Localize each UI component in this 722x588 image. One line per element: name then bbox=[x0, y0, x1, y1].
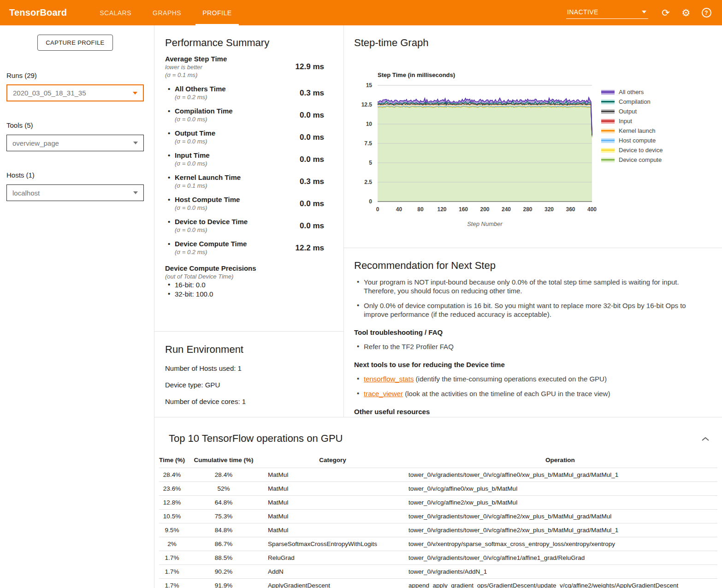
ops-table-cell: append_apply_gradient_ops/GradientDescen… bbox=[403, 579, 717, 588]
gear-icon[interactable]: ⚙ bbox=[680, 7, 692, 19]
ops-table-cell: ApplyGradientDescent bbox=[262, 579, 403, 588]
performance-summary-card: Performance Summary Average Step Time lo… bbox=[154, 25, 344, 417]
refresh-icon[interactable]: ⟳ bbox=[660, 7, 672, 19]
run-env-item: Number of device cores: 1 bbox=[165, 398, 333, 405]
perf-summary-item: •All Others Time(σ = 0.2 ms)0.3 ms bbox=[165, 85, 324, 101]
ops-column-header: Operation bbox=[403, 452, 717, 468]
legend-swatch bbox=[601, 119, 615, 124]
x-axis-tick: 400 bbox=[587, 206, 597, 213]
hosts-dropdown[interactable]: localhost bbox=[6, 184, 144, 201]
perf-summary-item: •Device Compute Time(σ = 0.2 ms)12.2 ms bbox=[165, 240, 324, 256]
recommendation-title: Recommendation for Next Step bbox=[354, 260, 704, 272]
metric-sigma: (σ = 0.2 ms) bbox=[175, 93, 226, 101]
other-resources-heading: Other useful resources bbox=[354, 408, 704, 416]
metric-sigma: (σ = 0.0 ms) bbox=[175, 115, 233, 123]
tab-graphs[interactable]: GRAPHS bbox=[142, 0, 192, 25]
y-axis-tick: 5 bbox=[369, 160, 372, 166]
metric-value: 0.0 ms bbox=[300, 133, 324, 142]
run-env-item: Device type: GPU bbox=[165, 381, 333, 389]
ops-table-row: 1.7%90.2%AddNtower_0/v/gradients/AddN_1 bbox=[159, 565, 717, 579]
tools-dropdown[interactable]: overview_page bbox=[6, 135, 144, 151]
legend-label: Input bbox=[619, 118, 632, 125]
ops-table-row: 23.6%52%MatMultower_0/v/cg/affine0/xw_pl… bbox=[159, 482, 717, 496]
x-axis-tick: 0 bbox=[376, 206, 379, 213]
runs-dropdown[interactable]: 2020_03_05_18_31_35 bbox=[6, 84, 144, 101]
ops-table-cell: tower_0/v/xentropy/sparse_softmax_cross_… bbox=[403, 537, 717, 551]
tab-scalars[interactable]: SCALARS bbox=[89, 0, 142, 25]
metric-sigma: (σ = 0.1 ms) bbox=[165, 71, 227, 79]
bullet-icon: • bbox=[168, 129, 175, 145]
ops-table-cell: 84.8% bbox=[185, 523, 262, 537]
ops-table-cell: tower_0/v/gradients/tower_0/v/cg/affine0… bbox=[403, 468, 717, 482]
ops-table-cell: tower_0/v/gradients/tower_0/v/cg/affine1… bbox=[403, 551, 717, 565]
y-axis-tick: 0 bbox=[369, 198, 372, 205]
metric-label: Output Time bbox=[175, 129, 215, 137]
help-icon[interactable]: ? bbox=[700, 7, 712, 19]
status-dropdown-value: INACTIVE bbox=[567, 8, 598, 16]
bullet-icon: • bbox=[168, 196, 175, 212]
collapse-chevron-up-icon[interactable] bbox=[701, 436, 710, 443]
x-axis-tick: 160 bbox=[459, 206, 468, 213]
capture-profile-button[interactable]: CAPTURE PROFILE bbox=[37, 35, 113, 51]
metric-label: Input Time bbox=[175, 151, 210, 160]
status-dropdown[interactable]: INACTIVE bbox=[566, 7, 648, 19]
bullet-item: •Your program is NOT input-bound because… bbox=[354, 278, 704, 295]
ops-table-row: 12.8%64.8%MatMultower_0/v/cg/affine2/xw_… bbox=[159, 496, 717, 510]
ops-column-header: Time (%) bbox=[159, 452, 185, 468]
metric-label: Host Compute Time bbox=[175, 196, 240, 204]
y-axis-tick: 7.5 bbox=[364, 140, 372, 147]
trace_viewer-link[interactable]: trace_viewer bbox=[364, 390, 403, 398]
metric-value: 12.9 ms bbox=[296, 62, 324, 71]
ops-table-cell: tower_0/v/cg/affine2/xw_plus_b/MatMul bbox=[403, 496, 717, 510]
ops-table-cell: 1.7% bbox=[159, 551, 185, 565]
tab-profile[interactable]: PROFILE bbox=[192, 0, 242, 25]
precisions-list: •16-bit: 0.0•32-bit: 100.0 bbox=[165, 280, 333, 299]
x-axis-tick: 240 bbox=[502, 206, 511, 213]
metric-label: All Others Time bbox=[175, 85, 226, 93]
ops-table-cell: 1.7% bbox=[159, 579, 185, 588]
question-mark-icon: ? bbox=[702, 8, 711, 18]
ops-table-cell: SparseSoftmaxCrossEntropyWithLogits bbox=[262, 537, 403, 551]
legend-swatch bbox=[601, 100, 615, 104]
perf-summary-item: •Kernel Launch Time(σ = 0.1 ms)0.3 ms bbox=[165, 173, 324, 190]
run-environment-list: Number of Hosts used: 1Device type: GPUN… bbox=[165, 364, 333, 405]
ops-table-cell: MatMul bbox=[262, 523, 403, 537]
legend-label: Output bbox=[619, 108, 637, 115]
legend-swatch bbox=[601, 138, 615, 143]
tensorboard-profile-page: TensorBoard SCALARS GRAPHS PROFILE INACT… bbox=[0, 0, 722, 588]
bullet-icon: • bbox=[357, 374, 364, 383]
legend-label: Compilation bbox=[619, 98, 651, 105]
ops-table-row: 1.7%91.9%ApplyGradientDescentappend_appl… bbox=[159, 579, 717, 588]
x-axis-tick: 360 bbox=[566, 206, 575, 213]
metric-sigma: (σ = 0.0 ms) bbox=[175, 137, 215, 145]
metric-label: Average Step Time bbox=[165, 55, 227, 63]
ops-table-cell: ReluGrad bbox=[262, 551, 403, 565]
faq-list: •Refer to the TF2 Profiler FAQ bbox=[354, 342, 704, 351]
legend-item: Kernel launch bbox=[601, 126, 663, 136]
tensorflow_stats-link[interactable]: tensorflow_stats bbox=[364, 375, 414, 383]
metric-sigma: (σ = 0.2 ms) bbox=[175, 248, 247, 256]
ops-table-cell: 10.5% bbox=[159, 510, 185, 523]
ops-table-cell: 64.8% bbox=[185, 496, 262, 510]
legend-label: Device compute bbox=[619, 156, 662, 163]
legend-item: Device to device bbox=[601, 145, 663, 155]
bullet-icon: • bbox=[168, 107, 175, 123]
metric-value: 0.0 ms bbox=[300, 155, 324, 164]
next-tool-item: •trace_viewer (look at the activities on… bbox=[354, 389, 704, 398]
bullet-icon: • bbox=[357, 301, 364, 319]
x-axis-label: Step Number bbox=[467, 220, 503, 227]
runs-label: Runs (29) bbox=[6, 71, 37, 79]
top-navbar: TensorBoard SCALARS GRAPHS PROFILE INACT… bbox=[0, 0, 722, 25]
tools-label: Tools (5) bbox=[6, 121, 33, 129]
chevron-down-icon bbox=[133, 191, 138, 194]
ops-table-cell: 75.3% bbox=[185, 510, 262, 523]
ops-table-cell: 2% bbox=[159, 537, 185, 551]
bullet-icon: • bbox=[357, 342, 364, 351]
ops-table-cell: tower_0/v/gradients/tower_0/v/cg/affine2… bbox=[403, 523, 717, 537]
metric-note: lower is better bbox=[165, 63, 227, 71]
metric-value: 0.3 ms bbox=[300, 89, 324, 98]
ops-table-row: 2%86.7%SparseSoftmaxCrossEntropyWithLogi… bbox=[159, 537, 717, 551]
x-axis-tick: 200 bbox=[480, 206, 489, 213]
recommendation-card: Recommendation for Next Step •Your progr… bbox=[344, 248, 722, 430]
perf-summary-item: •Input Time(σ = 0.0 ms)0.0 ms bbox=[165, 151, 324, 167]
